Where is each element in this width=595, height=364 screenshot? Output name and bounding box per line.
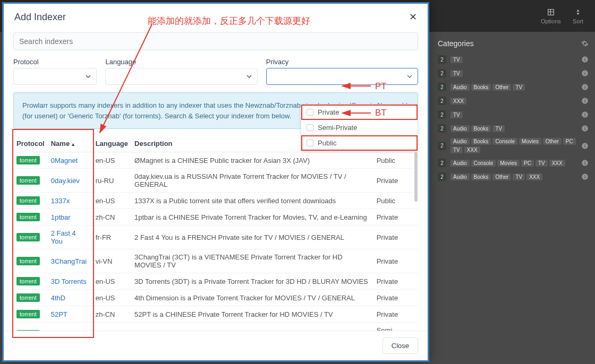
add-indexer-modal: Add Indexer ✕ Protocol Language Privacy <box>2 2 429 362</box>
privacy-option-semi-private[interactable]: Semi-Private <box>301 120 418 135</box>
indexer-privacy: Semi-Private <box>373 323 418 331</box>
category-row[interactable]: 2TV <box>438 110 589 119</box>
protocol-badge: torrent <box>16 257 40 265</box>
category-tags: TV <box>450 70 581 77</box>
category-row[interactable]: 2TV <box>438 69 589 77</box>
tag: Books <box>471 138 491 145</box>
indexer-privacy: Public <box>373 152 418 169</box>
sort-icon <box>573 8 583 16</box>
indexer-language: en-US <box>92 193 131 209</box>
indexer-privacy: Public <box>373 193 418 209</box>
privacy-option-private[interactable]: Private <box>301 105 418 120</box>
tag: Books <box>471 125 491 132</box>
indexer-language: fr-FR <box>92 226 131 249</box>
close-button[interactable]: Close <box>382 337 418 354</box>
indexer-description: ØMagnet is a CHINESE Public tracker for … <box>131 152 373 169</box>
indexer-name[interactable]: 4thD <box>48 290 92 306</box>
tag: Books <box>471 84 491 91</box>
col-name[interactable]: Name▲ <box>48 135 92 152</box>
indexer-name[interactable]: 52PT <box>48 306 92 323</box>
chevron-down-icon <box>86 74 91 79</box>
tag: XXX <box>450 98 466 105</box>
indexer-language: vi-VN <box>92 249 131 273</box>
category-row[interactable]: 2XXX <box>438 97 589 105</box>
indexer-name[interactable]: 0day.kiev <box>48 169 92 193</box>
info-icon[interactable] <box>581 173 589 180</box>
table-row[interactable]: torrent0day.kievru-RU0day.kiev.ua is a R… <box>13 169 418 193</box>
category-count: 2 <box>438 110 446 119</box>
table-row[interactable]: torrent1ptbarzh-CN1ptbar is a CHINESE Pr… <box>13 209 418 226</box>
info-icon[interactable] <box>581 125 589 132</box>
info-icon[interactable] <box>581 83 589 91</box>
indexer-name[interactable]: 1337x <box>48 193 92 209</box>
table-row[interactable]: torrent52PTzh-CN52PT is a CHINESE Privat… <box>13 306 418 323</box>
language-filter[interactable] <box>105 68 257 85</box>
tag: Audio <box>450 84 470 91</box>
close-icon[interactable]: ✕ <box>409 11 417 23</box>
indexer-name[interactable]: 2 Fast 4 You <box>48 226 92 249</box>
protocol-badge: torrent <box>16 310 40 318</box>
tag: Other <box>543 138 562 145</box>
tag: TV <box>492 125 505 132</box>
category-row[interactable]: 2TV <box>438 55 589 64</box>
indexer-name[interactable]: 0Magnet <box>48 152 92 169</box>
tag: XXX <box>526 174 542 180</box>
category-row[interactable]: 2AudioBooksOtherTVXXX <box>438 172 589 181</box>
tag: Movies <box>497 160 520 167</box>
indexer-language: en-US <box>92 290 131 306</box>
modal-footer: Close <box>4 331 428 360</box>
info-icon[interactable] <box>581 159 589 167</box>
indexer-language: zh-CN <box>92 306 131 323</box>
indexer-name[interactable]: 1ptbar <box>48 209 92 226</box>
table-row[interactable]: torrent720pierru-RU720pier is a RUSSIAN … <box>13 323 418 331</box>
indexer-privacy: Private <box>373 169 418 193</box>
tag: XXX <box>464 146 480 153</box>
info-icon[interactable] <box>581 70 589 77</box>
indexer-name[interactable]: 3ChangTrai <box>48 249 92 273</box>
indexer-privacy: Private <box>373 209 418 226</box>
annotation-label-pt: PT <box>375 81 387 92</box>
info-icon[interactable] <box>581 142 589 150</box>
tag: Movies <box>519 138 541 145</box>
indexer-description: 3ChangTrai (3CT) is a VIETNAMESE Private… <box>131 249 373 273</box>
category-row[interactable]: 2AudioBooksConsoleMoviesOtherPCTVXXX <box>438 138 589 153</box>
gear-icon[interactable] <box>581 40 589 47</box>
info-icon[interactable] <box>581 97 589 105</box>
privacy-option-public[interactable]: Public <box>301 135 418 151</box>
indexer-name[interactable]: 720pier <box>48 323 92 331</box>
privacy-filter-label: Privacy <box>266 58 418 66</box>
indexer-privacy: Private <box>373 273 418 290</box>
tag: Audio <box>450 160 470 167</box>
privacy-filter[interactable] <box>266 68 418 85</box>
indexer-name[interactable]: 3D Torrents <box>48 273 92 290</box>
category-row[interactable]: 2AudioConsoleMoviesPCTVXXX <box>438 159 589 167</box>
table-row[interactable]: torrent2 Fast 4 Youfr-FR2 Fast 4 You is … <box>13 226 418 249</box>
indexer-description: 2 Fast 4 You is a FRENCH Private site fo… <box>131 226 373 249</box>
table-row[interactable]: torrent3ChangTraivi-VN3ChangTrai (3CT) i… <box>13 249 418 273</box>
indexer-language: en-US <box>92 152 131 169</box>
category-tags: AudioBooksConsoleMoviesOtherPCTVXXX <box>450 138 581 153</box>
category-tags: AudioConsoleMoviesPCTVXXX <box>450 160 581 167</box>
protocol-badge: torrent <box>16 293 40 302</box>
checkbox-icon <box>307 124 313 131</box>
category-row[interactable]: 2AudioBooksTV <box>438 124 589 133</box>
category-row[interactable]: 2AudioBooksOtherTV <box>438 83 589 91</box>
table-row[interactable]: torrent4thDen-US4th Dimension is a Priva… <box>13 290 418 306</box>
info-icon[interactable] <box>581 111 589 118</box>
category-tags: AudioBooksOtherTVXXX <box>450 174 581 180</box>
info-icon[interactable] <box>581 56 589 63</box>
protocol-badge: torrent <box>16 176 40 185</box>
col-language[interactable]: Language <box>92 135 131 152</box>
protocol-badge: torrent <box>16 156 40 164</box>
table-row[interactable]: torrent1337xen-US1337X is a Public torre… <box>13 193 418 209</box>
search-input[interactable] <box>13 32 418 50</box>
table-row[interactable]: torrent0Magneten-USØMagnet is a CHINESE … <box>13 152 418 169</box>
options-button[interactable]: Options <box>541 8 561 24</box>
protocol-filter[interactable] <box>13 68 97 85</box>
indexer-privacy: Private <box>373 306 418 323</box>
col-protocol[interactable]: Protocol <box>13 135 48 152</box>
scrollbar-thumb[interactable] <box>414 152 418 202</box>
sort-button[interactable]: Sort <box>573 8 583 24</box>
table-row[interactable]: torrent3D Torrentsen-US3D Torrents (3DT)… <box>13 273 418 290</box>
indexer-description: 0day.kiev.ua is a RUSSIAN Private Torren… <box>131 169 373 193</box>
